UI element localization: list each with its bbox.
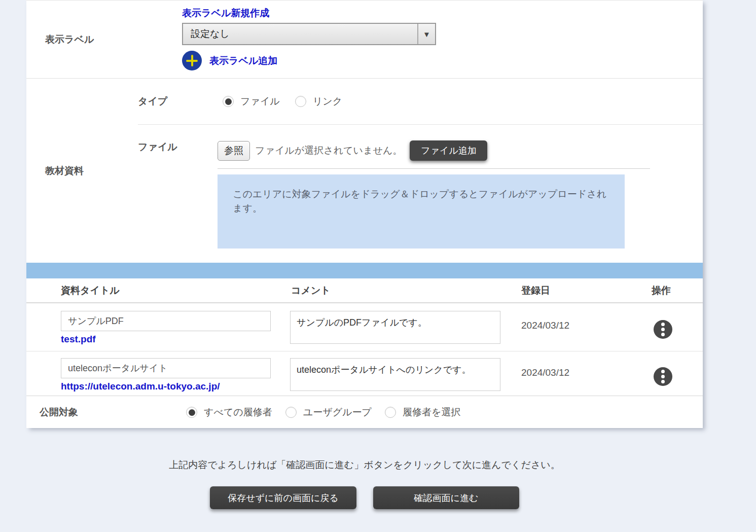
file-row-label: ファイル: [138, 140, 218, 249]
material-section: 教材資料 タイプ ファイル リンク ファイル: [26, 79, 703, 263]
publish-radio-select[interactable]: [385, 407, 396, 418]
material-table-row: test.pdf サンプルのPDFファイルです。 2024/03/12: [26, 303, 703, 351]
display-label-select-value: 設定なし: [183, 27, 417, 41]
header-title: 資料タイトル: [61, 284, 290, 297]
material-title-input[interactable]: [61, 311, 271, 331]
type-radio-link[interactable]: [295, 96, 306, 107]
create-display-label-link[interactable]: 表示ラベル新規作成: [182, 8, 269, 18]
type-radio-file-label: ファイル: [240, 95, 280, 108]
add-display-label-link[interactable]: 表示ラベル追加: [209, 54, 277, 67]
material-section-label: 教材資料: [45, 164, 84, 178]
publish-target-row: 公開対象 すべての履修者 ユーザグループ 履修者を選択: [26, 396, 703, 429]
material-file-row: ファイル 参照 ファイルが選択されていません。 ファイル追加 このエリアに対象フ…: [138, 125, 703, 249]
plus-icon[interactable]: [182, 51, 202, 70]
display-label-select[interactable]: 設定なし ▼: [182, 23, 436, 45]
type-radio-file[interactable]: [223, 96, 234, 107]
publish-radio-item-all[interactable]: すべての履修者: [186, 406, 272, 419]
material-comment-textarea[interactable]: uteleconポータルサイトへのリンクです。: [290, 358, 500, 391]
display-label-row: 表示ラベル 表示ラベル新規作成 設定なし ▼ 表示ラベル追加: [26, 1, 703, 79]
publish-radio-all[interactable]: [186, 407, 197, 418]
material-registered-date: 2024/03/12: [520, 311, 649, 351]
chevron-down-icon[interactable]: ▼: [417, 24, 435, 44]
instruction-text: 上記内容でよろしければ「確認画面に進む」ボタンをクリックして次に進んでください。: [26, 428, 703, 472]
publish-radio-item-select[interactable]: 履修者を選択: [385, 406, 460, 419]
type-radio-link-label: リンク: [313, 95, 342, 108]
material-file-link[interactable]: test.pdf: [61, 334, 96, 345]
header-actions: 操作: [649, 284, 703, 297]
table-top-bar: [26, 263, 703, 278]
display-label-row-label: 表示ラベル: [45, 33, 94, 46]
type-row-label: タイプ: [138, 95, 218, 108]
row-actions-button[interactable]: [654, 320, 672, 339]
header-comment: コメント: [290, 284, 520, 297]
publish-radio-select-label: 履修者を選択: [403, 406, 460, 419]
type-radio-item-link[interactable]: リンク: [295, 95, 342, 108]
header-registered-date: 登録日: [520, 284, 649, 297]
proceed-button[interactable]: 確認画面に進む: [373, 486, 519, 509]
browse-button[interactable]: 参照: [218, 141, 250, 161]
materials-table-header: 資料タイトル コメント 登録日 操作: [26, 278, 703, 303]
publish-radio-item-group[interactable]: ユーザグループ: [285, 406, 372, 419]
add-file-button[interactable]: ファイル追加: [410, 140, 487, 161]
type-radio-item-file[interactable]: ファイル: [223, 95, 280, 108]
material-comment-textarea[interactable]: サンプルのPDFファイルです。: [290, 311, 500, 344]
file-status-text: ファイルが選択されていません。: [255, 144, 402, 157]
publish-radio-group[interactable]: [285, 407, 297, 418]
upload-divider: [218, 168, 650, 169]
material-url-link[interactable]: https://utelecon.adm.u-tokyo.ac.jp/: [61, 381, 220, 392]
material-type-row: タイプ ファイル リンク: [138, 79, 703, 125]
row-actions-button[interactable]: [654, 367, 672, 386]
back-button[interactable]: 保存せずに前の画面に戻る: [210, 486, 356, 509]
material-registered-date: 2024/03/12: [520, 358, 649, 396]
footer: 上記内容でよろしければ「確認画面に進む」ボタンをクリックして次に進んでください。…: [26, 428, 703, 509]
material-table-row: https://utelecon.adm.u-tokyo.ac.jp/ utel…: [26, 351, 703, 396]
publish-radio-group-label: ユーザグループ: [303, 406, 372, 419]
material-form-card: 表示ラベル 表示ラベル新規作成 設定なし ▼ 表示ラベル追加 教材資料 タイプ: [26, 0, 703, 428]
file-dropzone[interactable]: このエリアに対象ファイルをドラッグ＆ドロップするとファイルがアップロードされます…: [218, 174, 625, 249]
publish-radio-all-label: すべての履修者: [204, 406, 272, 419]
material-title-input[interactable]: [61, 358, 271, 378]
publish-target-label: 公開対象: [40, 407, 78, 417]
